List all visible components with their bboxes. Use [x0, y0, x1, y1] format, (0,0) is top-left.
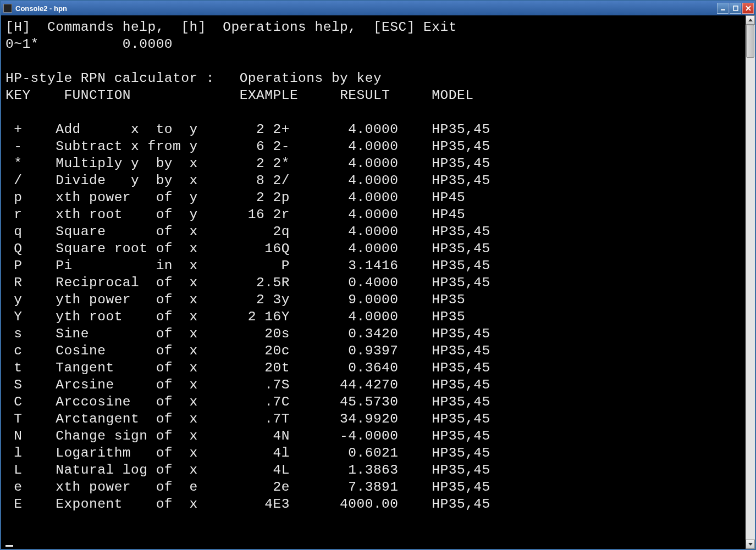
col-example: EXAMPLE — [240, 88, 298, 103]
client-area: [H] Commands help, [h] Operations help, … — [1, 15, 755, 549]
scroll-down-button[interactable] — [746, 540, 755, 549]
help-line: [H] Commands help, [h] Operations help, … — [5, 20, 457, 35]
svg-rect-1 — [733, 6, 738, 10]
chevron-down-icon — [748, 543, 753, 546]
console-window: Console2 - hpn [H] Commands help, [h] Op… — [0, 0, 756, 550]
col-key: KEY — [5, 88, 31, 103]
col-result: RESULT — [340, 88, 390, 103]
window-title: Console2 - hpn — [15, 4, 716, 13]
col-model: MODEL — [432, 88, 473, 103]
operations-table: + Add x to y 2 2+ 4.0000 HP35,45 - Subtr… — [5, 122, 490, 512]
scroll-up-button[interactable] — [746, 15, 755, 25]
minimize-button[interactable] — [717, 3, 729, 14]
terminal[interactable]: [H] Commands help, [h] Operations help, … — [1, 15, 746, 549]
vertical-scrollbar[interactable] — [746, 15, 755, 549]
close-button[interactable] — [742, 3, 754, 14]
maximize-button[interactable] — [730, 3, 741, 14]
cursor — [5, 534, 13, 547]
minimize-icon — [720, 5, 726, 11]
scroll-thumb[interactable] — [746, 25, 754, 58]
stack-display: 0~1* 0.0000 — [5, 37, 173, 52]
titlebar[interactable]: Console2 - hpn — [1, 1, 755, 15]
header-row: KEY FUNCTION EXAMPLE RESULT MODEL — [5, 88, 473, 103]
col-function: FUNCTION — [64, 88, 131, 103]
close-icon — [746, 5, 751, 11]
scroll-track[interactable] — [746, 25, 755, 540]
chevron-up-icon — [748, 19, 753, 21]
maximize-icon — [733, 5, 738, 11]
section-title: HP-style RPN calculator : Operations by … — [5, 71, 382, 86]
app-icon — [3, 4, 12, 13]
